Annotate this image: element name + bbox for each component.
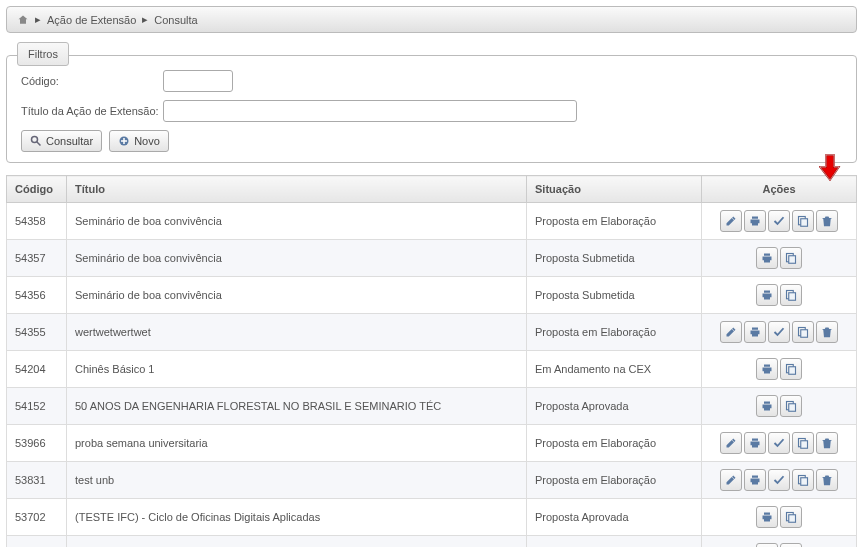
cell-situacao: Proposta em Elaboração	[527, 203, 702, 240]
print-icon	[749, 326, 761, 338]
cell-titulo: wertwetwertwet	[67, 314, 527, 351]
cell-codigo: 53831	[7, 462, 67, 499]
print-icon	[749, 474, 761, 486]
results-table: Código Título Situação Ações 54358Seminá…	[6, 175, 857, 547]
col-situacao[interactable]: Situação	[527, 176, 702, 203]
breadcrumb-lvl1[interactable]: Ação de Extensão	[47, 14, 136, 26]
copy-button[interactable]	[780, 358, 802, 380]
search-icon	[30, 135, 42, 147]
cell-situacao: Proposta Submetida	[527, 277, 702, 314]
col-titulo[interactable]: Título	[67, 176, 527, 203]
filters-panel: Filtros Código: Título da Ação de Extens…	[6, 55, 857, 163]
copy-button[interactable]	[780, 284, 802, 306]
print-button[interactable]	[756, 284, 778, 306]
svg-rect-20	[789, 515, 796, 523]
print-icon	[761, 289, 773, 301]
print-button[interactable]	[756, 543, 778, 547]
novo-button[interactable]: Novo	[109, 130, 169, 152]
copy-button[interactable]	[780, 247, 802, 269]
cell-titulo: Seminário de boa convivência	[67, 203, 527, 240]
cell-titulo: PESES 2 Espanhol Básico 1	[67, 536, 527, 548]
copy-icon	[785, 289, 797, 301]
titulo-input[interactable]	[163, 100, 577, 122]
check-button[interactable]	[768, 469, 790, 491]
print-button[interactable]	[744, 210, 766, 232]
cell-situacao: Proposta Aprovada	[527, 536, 702, 548]
cell-acoes	[702, 499, 857, 536]
copy-button[interactable]	[792, 469, 814, 491]
print-button[interactable]	[756, 358, 778, 380]
print-icon	[761, 400, 773, 412]
codigo-label: Código:	[21, 75, 163, 87]
copy-icon	[785, 363, 797, 375]
trash-icon	[821, 474, 833, 486]
trash-button[interactable]	[816, 469, 838, 491]
cell-acoes	[702, 388, 857, 425]
print-button[interactable]	[744, 432, 766, 454]
copy-button[interactable]	[792, 321, 814, 343]
cell-acoes	[702, 314, 857, 351]
svg-rect-8	[789, 293, 796, 301]
print-icon	[761, 363, 773, 375]
copy-button[interactable]	[780, 543, 802, 547]
cell-titulo: test unb	[67, 462, 527, 499]
edit-button[interactable]	[720, 432, 742, 454]
cell-codigo: 54204	[7, 351, 67, 388]
svg-rect-18	[801, 478, 808, 486]
cell-situacao: Proposta Aprovada	[527, 388, 702, 425]
print-button[interactable]	[756, 506, 778, 528]
home-icon[interactable]	[17, 14, 29, 26]
table-row: 54355wertwetwertwetProposta em Elaboraçã…	[7, 314, 857, 351]
breadcrumb-sep: ▸	[35, 13, 41, 26]
svg-rect-6	[789, 256, 796, 264]
copy-button[interactable]	[792, 210, 814, 232]
consultar-button[interactable]: Consultar	[21, 130, 102, 152]
cell-titulo: (TESTE IFC) - Ciclo de Oficinas Digitais…	[67, 499, 527, 536]
copy-icon	[797, 474, 809, 486]
svg-rect-10	[801, 330, 808, 338]
copy-icon	[785, 400, 797, 412]
cell-acoes	[702, 240, 857, 277]
check-button[interactable]	[768, 210, 790, 232]
cell-acoes	[702, 277, 857, 314]
copy-icon	[785, 252, 797, 264]
cell-acoes	[702, 203, 857, 240]
check-button[interactable]	[768, 432, 790, 454]
trash-button[interactable]	[816, 210, 838, 232]
print-button[interactable]	[756, 395, 778, 417]
copy-button[interactable]	[792, 432, 814, 454]
cell-titulo: 50 ANOS DA ENGENHARIA FLORESTAL NO BRASI…	[67, 388, 527, 425]
trash-button[interactable]	[816, 432, 838, 454]
edit-icon	[725, 215, 737, 227]
cell-titulo: Chinês Básico 1	[67, 351, 527, 388]
novo-label: Novo	[134, 135, 160, 147]
codigo-input[interactable]	[163, 70, 233, 92]
edit-button[interactable]	[720, 210, 742, 232]
trash-button[interactable]	[816, 321, 838, 343]
copy-button[interactable]	[780, 395, 802, 417]
col-codigo[interactable]: Código	[7, 176, 67, 203]
copy-button[interactable]	[780, 506, 802, 528]
cell-situacao: Proposta Aprovada	[527, 499, 702, 536]
cell-acoes	[702, 462, 857, 499]
edit-button[interactable]	[720, 469, 742, 491]
cell-codigo: 53702	[7, 499, 67, 536]
print-button[interactable]	[756, 247, 778, 269]
copy-icon	[797, 215, 809, 227]
print-button[interactable]	[744, 321, 766, 343]
table-row: 54357Seminário de boa convivênciaPropost…	[7, 240, 857, 277]
print-button[interactable]	[744, 469, 766, 491]
copy-icon	[797, 326, 809, 338]
copy-icon	[785, 511, 797, 523]
check-button[interactable]	[768, 321, 790, 343]
cell-acoes	[702, 536, 857, 548]
cell-codigo: 54358	[7, 203, 67, 240]
cell-codigo: 53627	[7, 536, 67, 548]
check-icon	[773, 326, 785, 338]
arrow-indicator-icon	[819, 153, 841, 181]
edit-icon	[725, 474, 737, 486]
edit-button[interactable]	[720, 321, 742, 343]
titulo-label: Título da Ação de Extensão:	[21, 105, 163, 117]
cell-titulo: Seminário de boa convivência	[67, 277, 527, 314]
svg-rect-16	[801, 441, 808, 449]
